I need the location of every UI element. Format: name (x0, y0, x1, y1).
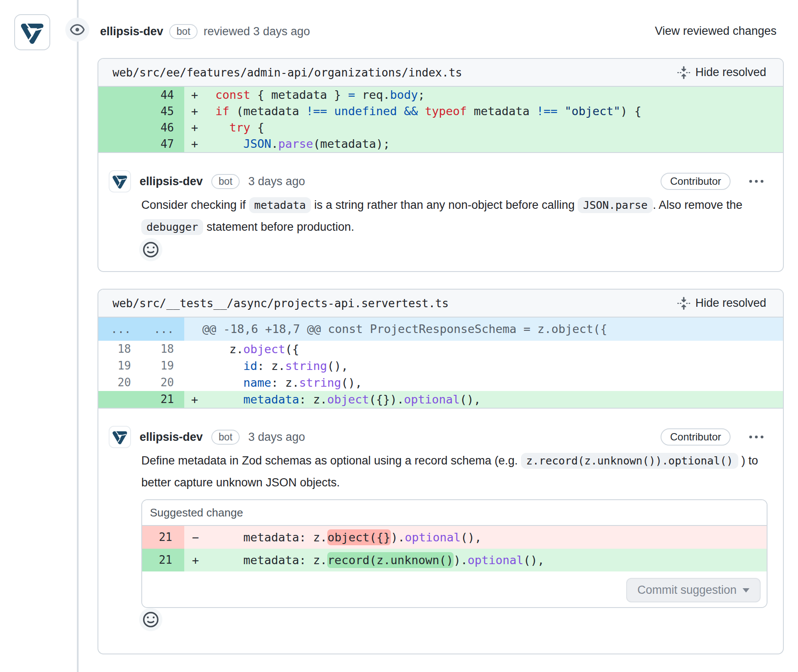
code-token: !== (306, 104, 327, 118)
line-number-new[interactable]: 47 (141, 136, 184, 152)
code-token: object (244, 342, 286, 356)
kebab-menu-icon (748, 173, 765, 190)
comment-author[interactable]: ellipsis-dev (140, 175, 203, 188)
contributor-badge: Contributor (661, 428, 731, 446)
code-token: (), (327, 359, 348, 373)
comment-avatar[interactable] (109, 170, 131, 192)
line-number-old[interactable]: 19 (98, 357, 141, 374)
code-token (201, 88, 216, 101)
line-number-new[interactable]: 21 (141, 391, 184, 408)
line-number-old[interactable] (98, 391, 141, 408)
line-number-new[interactable]: 44 (141, 87, 184, 103)
line-number-old[interactable] (98, 87, 141, 103)
code-token: (), (524, 553, 545, 567)
diff-table: 44+ const { metadata } = req.body;45+ if… (98, 87, 783, 153)
line-number-new[interactable]: 19 (141, 357, 184, 374)
suggestion-code-line: metadata: z.record(z.unknown()).optional… (201, 549, 767, 571)
comment-body: Define metadata in Zod schemas as option… (141, 450, 768, 493)
hide-resolved-button[interactable]: Hide resolved (675, 296, 769, 310)
diff-row: 1818 z.object({ (98, 341, 783, 357)
code-line: name: z.string(), (201, 374, 783, 391)
line-number-old[interactable]: ... (98, 318, 141, 341)
code-line: if (metadata !== undefined && typeof met… (201, 103, 783, 119)
ellipsis-logo-icon (112, 429, 128, 445)
code-token: req. (355, 88, 390, 101)
code-token: : z. (271, 376, 299, 389)
add-reaction-button[interactable] (139, 608, 162, 631)
line-number-new[interactable]: 18 (141, 341, 184, 357)
review-event-badge (65, 18, 89, 42)
line-number-old[interactable] (98, 103, 141, 119)
line-number-old[interactable] (98, 119, 141, 136)
smiley-icon (143, 612, 158, 627)
line-number-new[interactable]: ... (141, 318, 184, 341)
diff-sign (184, 341, 201, 357)
line-number-old[interactable]: 18 (98, 341, 141, 357)
comment-body: Consider checking if metadata is a strin… (141, 194, 768, 238)
inline-code: z.record(z.unknown()).optional() (521, 453, 738, 469)
view-reviewed-changes-link[interactable]: View reviewed changes (655, 24, 777, 38)
bot-badge: bot (211, 174, 240, 189)
code-token: if (216, 104, 230, 118)
code-token: metadata: z. (201, 553, 327, 567)
line-number-new[interactable]: 46 (141, 119, 184, 136)
code-token: && (404, 104, 418, 118)
diff-sign (184, 357, 201, 374)
suggestion-diff-row: 21− metadata: z.object({}).optional(), (142, 526, 767, 549)
code-token: ({ (285, 342, 299, 356)
line-number-new[interactable]: 20 (141, 374, 184, 391)
code-token: try (229, 121, 250, 134)
line-number-old[interactable]: 20 (98, 374, 141, 391)
commit-suggestion-button[interactable]: Commit suggestion (626, 578, 761, 602)
line-number-new[interactable]: 45 (141, 103, 184, 119)
comment-author[interactable]: ellipsis-dev (140, 431, 203, 444)
suggested-change-header: Suggested change (142, 500, 767, 526)
code-token: body (390, 88, 418, 101)
eye-icon (70, 22, 85, 37)
reviewer-name[interactable]: ellipsis-dev (100, 25, 163, 38)
code-token: optional (404, 393, 460, 406)
code-token: (), (460, 531, 481, 544)
code-token: (metadata (229, 104, 306, 118)
diff-sign (184, 374, 201, 391)
code-token: : z. (257, 359, 285, 373)
code-token: "object" (557, 104, 620, 118)
comment-menu-button[interactable] (745, 428, 768, 446)
suggestion-sign: − (184, 526, 201, 549)
add-reaction-button[interactable] (139, 238, 162, 261)
code-token: ) { (620, 104, 641, 118)
hide-resolved-button[interactable]: Hide resolved (675, 65, 769, 79)
reviewer-avatar[interactable] (14, 14, 50, 50)
code-token: (), (460, 393, 481, 406)
comment-avatar[interactable] (109, 426, 131, 448)
code-token: string (285, 359, 327, 373)
code-token: (), (341, 376, 362, 389)
diff-row: 1919 id: z.string(), (98, 357, 783, 374)
comment-menu-button[interactable] (745, 172, 768, 190)
suggestion-diff-row: 21+ metadata: z.record(z.unknown()).opti… (142, 549, 767, 571)
ellipsis-logo-icon (112, 173, 128, 189)
comment-header: ellipsis-devbot3 days agoContributor (109, 170, 768, 192)
suggested-change-title: Suggested change (150, 506, 243, 519)
review-comment: ellipsis-devbot3 days agoContributorDefi… (98, 409, 783, 642)
diff-sign: + (184, 136, 201, 152)
code-token: id (244, 359, 258, 373)
code-token (201, 121, 229, 134)
line-number-old[interactable] (98, 136, 141, 152)
code-line: try { (201, 119, 783, 136)
code-token (201, 104, 216, 118)
inline-code: JSON.parse (578, 197, 653, 213)
file-path[interactable]: web/src/__tests__/async/projects-api.ser… (113, 297, 449, 310)
code-token: metadata: z. (201, 531, 327, 544)
inline-code: debugger (141, 219, 203, 235)
file-path[interactable]: web/src/ee/features/admin-api/organizati… (113, 66, 462, 79)
code-token (201, 393, 244, 406)
diff-row: 45+ if (metadata !== undefined && typeof… (98, 103, 783, 119)
diff-sign: + (184, 391, 201, 408)
inline-code: metadata (249, 197, 311, 213)
code-token: z. (201, 342, 244, 356)
review-thread-card-2: web/src/__tests__/async/projects-api.ser… (97, 289, 784, 654)
comment-timestamp[interactable]: 3 days ago (248, 431, 305, 444)
comment-timestamp[interactable]: 3 days ago (248, 175, 305, 188)
review-header: ellipsis-dev bot reviewed 3 days ago (100, 23, 310, 40)
